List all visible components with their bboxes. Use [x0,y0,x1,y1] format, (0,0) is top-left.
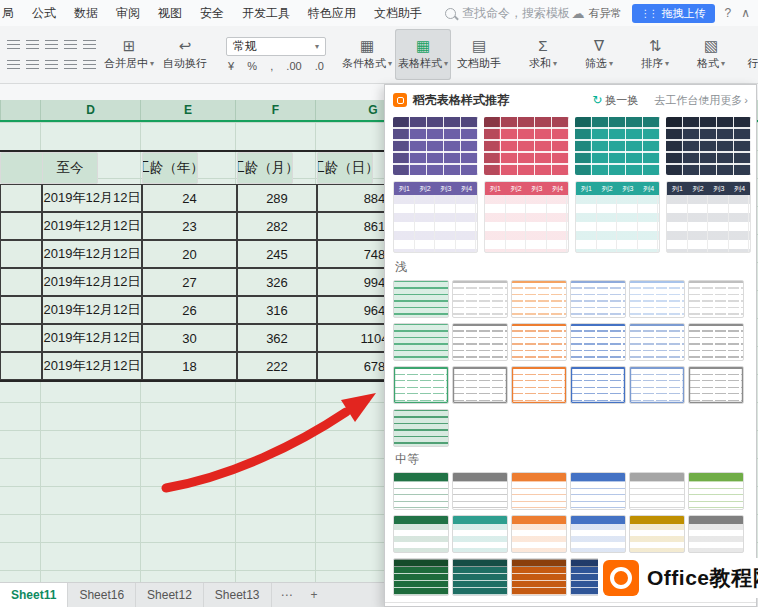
table-cell[interactable]: 289 [237,184,317,212]
menu-tab-安全[interactable]: 安全 [191,0,233,26]
table-style-thumbnail[interactable] [570,323,626,361]
table-style-thumbnail[interactable] [629,366,685,404]
table-style-thumbnail[interactable] [629,323,685,361]
sheet-tab-Sheet12[interactable]: Sheet12 [136,583,204,607]
table-cell[interactable] [0,296,42,324]
conditional-format-button[interactable]: ▦ 条件格式▾ [339,29,395,80]
table-cell[interactable]: 2019年12月12日 [42,352,142,380]
table-style-thumbnail[interactable] [688,366,744,404]
collapse-ribbon-icon[interactable]: ∧ [741,6,750,20]
menu-tab-视图[interactable]: 视图 [149,0,191,26]
help-icon[interactable]: ? [725,6,732,20]
table-style-thumbnail[interactable] [452,558,508,596]
cloud-sync-status[interactable]: ☁ 有异常 [572,6,622,21]
menu-tab-文档助手[interactable]: 文档助手 [365,0,431,26]
table-style-thumbnail[interactable] [570,515,626,553]
table-style-thumbnail[interactable] [511,515,567,553]
table-cell[interactable]: 2019年12月12日 [42,212,142,240]
table-style-thumbnail[interactable] [393,323,449,361]
more-sheets-button[interactable]: ⋯ [272,583,302,607]
rows-cols-button[interactable]: ⇄ 行和列▾ [739,29,758,80]
refresh-styles-button[interactable]: ↻ 换一换 [592,93,638,108]
align-icon[interactable] [45,60,58,70]
align-icon[interactable] [64,60,77,70]
table-cell[interactable]: 2019年12月12日 [42,240,142,268]
column-header-E[interactable]: E [140,100,235,120]
more-styles-link[interactable]: 去工作台使用更多 › [654,93,748,108]
table-cell[interactable] [0,240,42,268]
add-sheet-button[interactable]: + [302,583,327,607]
align-icon[interactable] [7,40,20,50]
table-style-thumbnail[interactable] [570,366,626,404]
number-tool-button[interactable]: ¥ [228,60,234,72]
table-cell[interactable]: 316 [237,296,317,324]
table-style-thumbnail[interactable] [570,472,626,510]
premium-style-thumbnail[interactable] [484,117,569,175]
premium-style-thumbnail[interactable] [666,117,751,175]
table-style-thumbnail[interactable] [688,323,744,361]
menu-tab-特色应用[interactable]: 特色应用 [299,0,365,26]
number-tool-button[interactable]: , [270,60,273,72]
search-input[interactable]: 查找命令，搜索模板 [462,5,570,22]
table-header-cell[interactable]: 工龄（月） [237,152,293,184]
align-icon[interactable] [7,60,20,70]
table-header-cell[interactable]: 工龄（日） [317,152,373,184]
table-cell[interactable]: 27 [142,268,237,296]
menu-tab-公式[interactable]: 公式 [23,0,65,26]
align-icon[interactable] [26,60,39,70]
menu-tab-审阅[interactable]: 审阅 [107,0,149,26]
premium-style-thumbnail[interactable]: 列1列2列3列4 [484,181,569,253]
align-icon[interactable] [64,40,77,50]
table-style-thumbnail[interactable] [393,366,449,404]
premium-style-thumbnail[interactable]: 列1列2列3列4 [393,181,478,253]
table-cell[interactable]: 23 [142,212,237,240]
table-style-thumbnail[interactable] [452,515,508,553]
premium-style-thumbnail[interactable] [393,117,478,175]
column-header-partial[interactable] [0,100,40,120]
number-tool-button[interactable]: .00 [286,60,301,72]
menu-tab-数据[interactable]: 数据 [65,0,107,26]
table-cell[interactable]: 326 [237,268,317,296]
sheet-tab-Sheet11[interactable]: Sheet11 [0,583,68,607]
table-style-thumbnail[interactable] [452,280,508,318]
sort-button[interactable]: ⇅ 排序▾ [627,29,683,80]
column-header-F[interactable]: F [235,100,315,120]
premium-style-thumbnail[interactable] [575,117,660,175]
table-style-thumbnail[interactable] [452,366,508,404]
format-button[interactable]: ▧ 格式▾ [683,29,739,80]
sum-button[interactable]: Σ 求和▾ [515,29,571,80]
premium-style-thumbnail[interactable]: 列1列2列3列4 [666,181,751,253]
table-style-thumbnail[interactable] [393,409,449,447]
filter-button[interactable]: ∇ 筛选▾ [571,29,627,80]
table-style-thumbnail[interactable] [688,280,744,318]
table-cell[interactable] [0,212,42,240]
merge-center-button[interactable]: ⊞ 合并居中▾ [101,29,157,80]
align-icon[interactable] [83,40,96,50]
menu-tab-局[interactable]: 局 [0,0,23,26]
table-style-thumbnail[interactable] [393,472,449,510]
search-box[interactable]: 查找命令，搜索模板 [445,5,570,22]
premium-style-thumbnail[interactable]: 列1列2列3列4 [575,181,660,253]
table-cell[interactable]: 30 [142,324,237,352]
table-style-thumbnail[interactable] [511,323,567,361]
align-icon[interactable] [26,40,39,50]
table-header-cell[interactable]: 工龄（年） [142,152,198,184]
table-style-thumbnail[interactable] [511,472,567,510]
table-cell[interactable] [0,184,42,212]
table-style-thumbnail[interactable] [393,558,449,596]
table-style-button[interactable]: ▦ 表格样式▾ [395,29,451,80]
menu-tab-开发工具[interactable]: 开发工具 [233,0,299,26]
number-tool-button[interactable]: % [247,60,257,72]
table-style-thumbnail[interactable] [511,280,567,318]
table-style-thumbnail[interactable] [688,515,744,553]
table-style-thumbnail[interactable] [688,472,744,510]
table-style-thumbnail[interactable] [393,515,449,553]
auto-wrap-button[interactable]: ↩ 自动换行 [157,29,213,80]
table-cell[interactable]: 2019年12月12日 [42,184,142,212]
table-cell[interactable]: 362 [237,324,317,352]
table-header-cell[interactable]: 至今 [42,152,98,184]
number-format-select[interactable]: 常规 ▾ [226,37,326,56]
table-cell[interactable]: 282 [237,212,317,240]
table-cell[interactable] [0,324,42,352]
upload-button[interactable]: ⋮⋮ 拖拽上传 [632,4,715,23]
